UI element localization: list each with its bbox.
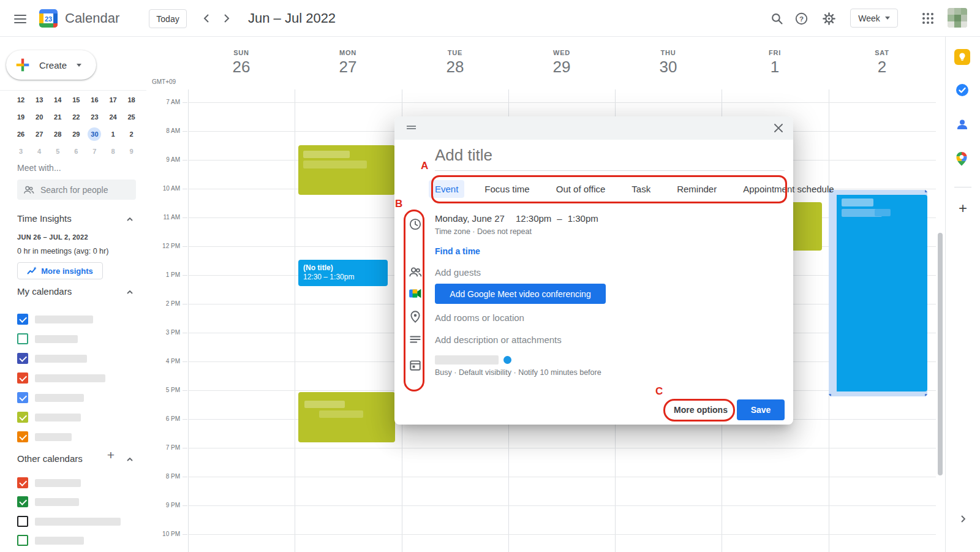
mini-calendar-day[interactable]: 23: [85, 108, 104, 126]
avatar[interactable]: [948, 8, 967, 28]
mini-calendar-day[interactable]: 24: [104, 108, 122, 126]
mini-calendar-day[interactable]: 16: [85, 91, 104, 108]
mini-calendar-day[interactable]: 26: [12, 126, 30, 143]
collapse-icon[interactable]: [126, 287, 134, 298]
calendar-list-item[interactable]: [17, 411, 81, 423]
vertical-scrollbar[interactable]: [938, 233, 943, 475]
calendar-list-item[interactable]: [17, 372, 105, 384]
mini-calendar-day[interactable]: 6: [67, 143, 85, 160]
calendar-color-dot[interactable]: [503, 356, 511, 364]
calendar-checkbox[interactable]: [17, 372, 28, 384]
next-week-icon[interactable]: [220, 12, 232, 25]
maps-icon[interactable]: [954, 151, 971, 168]
calendar-list-item[interactable]: [17, 313, 93, 325]
calendar-checkbox[interactable]: [17, 333, 28, 344]
mini-calendar-day[interactable]: 27: [30, 126, 48, 143]
calendar-checkbox[interactable]: [17, 431, 28, 442]
calendar-checkbox[interactable]: [17, 516, 28, 527]
mini-calendar-day[interactable]: 3: [12, 143, 30, 160]
today-button[interactable]: Today: [149, 9, 187, 28]
calendar-checkbox[interactable]: [17, 477, 28, 488]
event-no-title[interactable]: (No title) 12:30 – 1:30pm: [298, 260, 388, 286]
keep-icon[interactable]: [954, 49, 971, 66]
mini-calendar-day[interactable]: 5: [48, 143, 67, 160]
mini-calendar-day[interactable]: 15: [67, 91, 85, 108]
main-menu-icon[interactable]: [14, 12, 26, 25]
mini-calendar-day[interactable]: 4: [30, 143, 48, 160]
tab-focus-time[interactable]: Focus time: [478, 180, 535, 198]
resize-handle[interactable]: [925, 394, 927, 396]
calendar-name-redacted[interactable]: [435, 355, 499, 365]
mini-calendar-day[interactable]: 12: [12, 91, 30, 108]
mini-calendar-day[interactable]: 22: [67, 108, 85, 126]
calendar-checkbox[interactable]: [17, 535, 28, 546]
more-options-button[interactable]: More options: [671, 399, 731, 420]
calendar-list-item[interactable]: [17, 391, 84, 404]
hide-panel-icon[interactable]: [957, 513, 968, 524]
close-icon[interactable]: [772, 122, 785, 134]
tab-task[interactable]: Task: [625, 180, 657, 198]
calendar-list-item[interactable]: [17, 515, 121, 527]
calendar-checkbox[interactable]: [17, 496, 28, 507]
mini-calendar-day[interactable]: 20: [30, 108, 48, 126]
find-a-time-link[interactable]: Find a time: [435, 246, 480, 256]
event-monday-evening[interactable]: [298, 392, 395, 442]
tab-appointment-schedule[interactable]: Appointment schedule: [737, 180, 840, 198]
mini-calendar-day[interactable]: 30: [85, 126, 104, 143]
mini-calendar-day[interactable]: 1: [104, 126, 122, 143]
add-description-input[interactable]: Add description or attachments: [435, 335, 562, 345]
add-location-input[interactable]: Add rooms or location: [435, 312, 524, 323]
view-selector-button[interactable]: Week: [850, 9, 898, 28]
calendar-checkbox[interactable]: [17, 392, 28, 403]
resize-handle[interactable]: [925, 190, 927, 192]
mini-calendar-day[interactable]: 28: [48, 126, 67, 143]
calendar-list-item[interactable]: [17, 352, 87, 365]
create-button[interactable]: Create: [6, 50, 96, 80]
mini-calendar-day[interactable]: 19: [12, 108, 30, 126]
search-icon[interactable]: [771, 12, 783, 25]
mini-calendar-day[interactable]: 25: [123, 108, 141, 126]
tasks-icon[interactable]: [954, 82, 971, 99]
mini-calendar-day[interactable]: 2: [123, 126, 141, 143]
settings-gear-icon[interactable]: [823, 12, 835, 25]
google-apps-icon[interactable]: [922, 13, 933, 24]
calendar-list-item[interactable]: [17, 333, 78, 345]
event-datetime-row[interactable]: Monday, June 2712:30pm–1:30pm: [435, 213, 598, 224]
mini-calendar-day[interactable]: 7: [85, 143, 104, 160]
dialog-drag-bar[interactable]: [394, 116, 793, 140]
collapse-icon[interactable]: [126, 214, 134, 225]
mini-calendar-day[interactable]: 9: [123, 143, 141, 160]
mini-calendar-day[interactable]: 17: [104, 91, 122, 108]
calendar-checkbox[interactable]: [17, 412, 28, 423]
tab-reminder[interactable]: Reminder: [671, 180, 723, 198]
calendar-list-item[interactable]: [17, 477, 81, 489]
visibility-settings-line[interactable]: Busy · Default visibility · Notify 10 mi…: [435, 368, 601, 377]
event-title-input[interactable]: [435, 146, 781, 165]
calendar-list-item[interactable]: [17, 496, 79, 508]
add-other-calendar-icon[interactable]: +: [104, 448, 118, 462]
collapse-icon[interactable]: [126, 455, 134, 466]
calendar-list-item[interactable]: [17, 431, 72, 443]
search-people-input[interactable]: Search for people: [17, 180, 136, 200]
day-header-number[interactable]: 2: [878, 58, 886, 77]
calendar-list-item[interactable]: [17, 534, 84, 546]
day-header-number[interactable]: 26: [233, 58, 251, 77]
day-header-number[interactable]: 1: [771, 58, 779, 77]
mini-calendar-day[interactable]: 8: [104, 143, 122, 160]
calendar-checkbox[interactable]: [17, 353, 28, 364]
mini-calendar-day[interactable]: 21: [48, 108, 67, 126]
add-guests-input[interactable]: Add guests: [435, 267, 619, 278]
day-header-number[interactable]: 30: [660, 58, 677, 77]
save-button[interactable]: Save: [737, 399, 785, 420]
day-header-number[interactable]: 28: [447, 58, 464, 77]
tab-event[interactable]: Event: [429, 180, 464, 198]
contacts-icon[interactable]: [954, 116, 971, 134]
mini-calendar-day[interactable]: 18: [123, 91, 141, 108]
mini-calendar-day[interactable]: 14: [48, 91, 67, 108]
day-header-number[interactable]: 29: [553, 58, 571, 77]
more-insights-button[interactable]: More insights: [17, 262, 103, 279]
drag-handle-icon[interactable]: [407, 126, 416, 130]
event-saturday-selected[interactable]: [829, 190, 927, 396]
mini-calendar-day[interactable]: 13: [30, 91, 48, 108]
tab-out-of-office[interactable]: Out of office: [550, 180, 612, 198]
